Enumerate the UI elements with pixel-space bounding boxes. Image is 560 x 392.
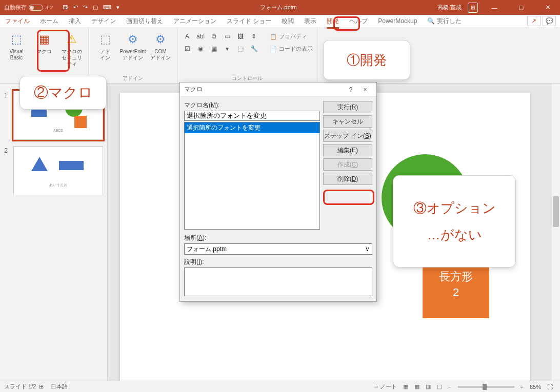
tab-help[interactable]: ヘルプ	[344, 15, 373, 28]
zoom-slider[interactable]	[458, 386, 514, 388]
more-controls-icon[interactable]: 🔧	[248, 44, 259, 54]
start-slideshow-icon[interactable]: ▢	[93, 4, 98, 11]
callout-options-missing: ③オプション …がない	[393, 175, 516, 267]
addins-button[interactable]: ⬚ アド イン	[93, 29, 117, 61]
vertical-scrollbar[interactable]	[552, 84, 560, 381]
tab-insert[interactable]: 挿入	[64, 15, 86, 28]
macro-security-button[interactable]: ⚠ マクロの セキュリティ	[59, 29, 84, 67]
dialog-help-button[interactable]: ?	[344, 86, 358, 93]
autosave-toggle[interactable]: 自動保存 オフ	[4, 4, 53, 11]
visual-basic-icon: ⬚	[8, 31, 25, 48]
accessibility-icon[interactable]: ⊞	[36, 383, 47, 390]
location-value: フォーム.pptm	[187, 245, 227, 254]
visual-basic-button[interactable]: ⬚ Visual Basic	[4, 29, 29, 61]
toggle-control-icon[interactable]: ⬚	[235, 44, 246, 54]
edit-button[interactable]: 編集(E)	[323, 144, 372, 156]
warning-icon: ⚠	[64, 31, 80, 48]
checkbox-control-icon[interactable]: ☑	[182, 44, 193, 54]
pp-addins-button[interactable]: ⚙ PowerPoint アドイン	[121, 29, 145, 61]
macro-list-item[interactable]: 選択箇所のフォントを変更	[185, 122, 319, 133]
scrollbar-control-icon[interactable]: ⇕	[248, 31, 259, 42]
tab-review[interactable]: 校閲	[276, 15, 299, 28]
macro-dialog: マクロ ? × マクロ名(M): 選択箇所のフォントを変更 実行(R) キャンセ…	[179, 82, 377, 302]
properties-icon: 📋	[270, 33, 277, 40]
macro-name-input[interactable]	[184, 111, 320, 121]
zoom-out-button[interactable]: −	[445, 384, 454, 390]
fit-to-window-icon[interactable]: ⛶	[544, 384, 556, 390]
autosave-label: 自動保存	[4, 4, 27, 11]
user-avatar-icon[interactable]: ⊞	[468, 3, 478, 13]
maximize-button[interactable]: ▢	[511, 0, 531, 15]
combo-control-icon[interactable]: ▾	[222, 44, 233, 54]
scrollbar-thumb[interactable]	[553, 196, 559, 227]
zoom-in-button[interactable]: +	[517, 384, 527, 390]
redo-icon[interactable]: ↷	[83, 4, 88, 11]
macro-listbox[interactable]: 選択箇所のフォントを変更	[184, 122, 320, 230]
cancel-button[interactable]: キャンセル	[323, 115, 372, 128]
toggle-off-icon	[29, 5, 43, 11]
image-control-icon[interactable]: 🖼	[235, 31, 246, 42]
minimize-button[interactable]: —	[484, 0, 505, 15]
autosave-state: オフ	[45, 5, 53, 10]
tab-slideshow[interactable]: スライド ショー	[222, 15, 276, 28]
option-control-icon[interactable]: ◉	[195, 44, 206, 54]
slide-thumbnail-2[interactable]: あいうえお	[13, 146, 103, 195]
gear-icon: ⚙	[152, 31, 169, 48]
tab-animations[interactable]: アニメーション	[168, 15, 222, 28]
spin-control-icon[interactable]: ⧉	[208, 31, 219, 42]
tell-me-search[interactable]: 🔍 実行した	[422, 17, 467, 26]
search-icon: 🔍	[427, 17, 435, 25]
touch-mode-icon[interactable]: ⌨	[103, 4, 111, 11]
ribbon-developer: ⬚ Visual Basic ▦ マクロ ⚠ マクロの セキュリティ コード ⬚…	[0, 27, 560, 84]
dialog-titlebar[interactable]: マクロ ? ×	[180, 82, 376, 97]
zoom-level[interactable]: 65%	[530, 384, 541, 390]
tab-design[interactable]: デザイン	[86, 15, 121, 28]
sorter-view-icon[interactable]: ▦	[411, 383, 423, 390]
slide-indicator[interactable]: スライド 1/2	[4, 383, 36, 390]
slideshow-view-icon[interactable]: ▢	[434, 383, 445, 390]
dialog-close-button[interactable]: ×	[358, 86, 372, 93]
com-addins-button[interactable]: ⚙ COM アドイン	[148, 29, 173, 61]
quick-access-toolbar: 🖫 ↶ ↷ ▢ ⌨ ▾	[63, 4, 119, 11]
tab-transitions[interactable]: 画面切り替え	[121, 15, 168, 28]
comments-button[interactable]: 💬	[543, 16, 556, 26]
location-combo[interactable]: フォーム.pptm ∨	[184, 243, 372, 255]
code-icon: 📄	[270, 46, 277, 52]
tab-home[interactable]: ホーム	[35, 15, 64, 28]
tab-powermockup[interactable]: PowerMockup	[373, 15, 422, 27]
macros-button[interactable]: ▦ マクロ	[32, 29, 56, 55]
callout-macros: ②マクロ	[19, 76, 107, 110]
dialog-title: マクロ	[184, 85, 344, 94]
delete-button[interactable]: 削除(D)	[323, 173, 372, 185]
list-control-icon[interactable]: ▦	[208, 44, 219, 54]
notes-button[interactable]: ≐ ノート	[371, 383, 400, 390]
language-indicator[interactable]: 日本語	[51, 383, 68, 390]
description-box[interactable]	[184, 267, 372, 296]
tab-file[interactable]: ファイル	[0, 15, 35, 28]
tab-view[interactable]: 表示	[299, 15, 322, 28]
macro-name-label: マクロ名(M):	[184, 101, 320, 110]
thumbnail-item[interactable]: 2 あいうえお	[4, 146, 103, 195]
reading-view-icon[interactable]: ▥	[423, 383, 434, 390]
create-button: 作成(C)	[323, 158, 372, 171]
step-into-button[interactable]: ステップ イン(S)	[323, 130, 372, 142]
status-bar: スライド 1/2 ⊞ 日本語 ≐ ノート ▦ ▦ ▥ ▢ − + 65% ⛶	[0, 381, 560, 392]
chevron-down-icon: ∨	[365, 245, 370, 253]
group-controls: A abl ⧉ ▭ 🖼 ⇕ 📋 プロパティ ☑ ◉ ▦ ▾ ⬚ 🔧	[177, 27, 317, 83]
tab-developer[interactable]: 開発	[322, 15, 344, 28]
view-code-button[interactable]: 📄 コードの表示	[270, 44, 313, 54]
run-button[interactable]: 実行(R)	[323, 101, 372, 113]
description-label: 説明(I):	[184, 258, 372, 266]
user-name[interactable]: 高橋 宣成	[437, 4, 462, 11]
label-control-icon[interactable]: A	[182, 31, 193, 42]
save-icon[interactable]: 🖫	[63, 4, 68, 11]
group-addins: ⬚ アド イン ⚙ PowerPoint アドイン ⚙ COM アドイン アドイ…	[89, 27, 177, 83]
macros-icon: ▦	[36, 31, 52, 48]
undo-icon[interactable]: ↶	[73, 4, 78, 11]
normal-view-icon[interactable]: ▦	[400, 383, 411, 390]
close-button[interactable]: ✕	[537, 0, 558, 15]
command-button-icon[interactable]: ▭	[222, 31, 233, 42]
properties-button[interactable]: 📋 プロパティ	[270, 31, 307, 42]
textbox-control-icon[interactable]: abl	[195, 31, 206, 42]
share-button[interactable]: ↗	[527, 16, 541, 26]
